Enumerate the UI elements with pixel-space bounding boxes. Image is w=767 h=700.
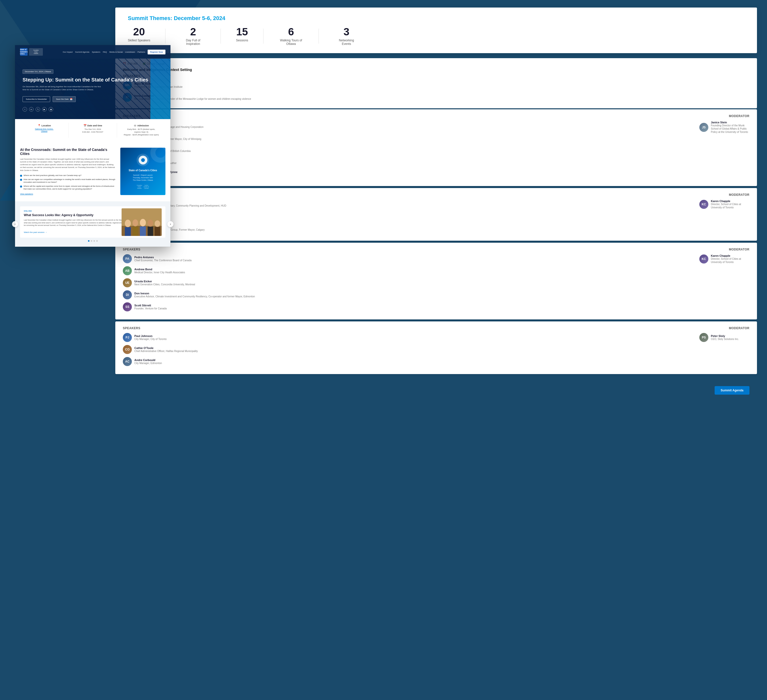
themes-label: Summit Themes: xyxy=(128,15,172,21)
session-title: Welcome and Indigenous Context Setting xyxy=(123,68,749,72)
save-date-label: Save the Date xyxy=(56,98,69,100)
svg-point-8 xyxy=(148,220,153,226)
speaker-role: City Manager, Edmonton xyxy=(134,362,689,365)
summit-agenda-button[interactable]: Summit Agenda xyxy=(714,386,749,395)
svg-point-2 xyxy=(125,220,131,227)
social-facebook-icon[interactable]: f xyxy=(22,107,27,112)
view-speakers-link[interactable]: View speakers xyxy=(20,193,115,195)
speaker-name: The Honourable Kathleen Wynne xyxy=(134,171,689,174)
ci-pattern xyxy=(150,148,165,163)
stat-label-tours: Walking Tours of Ottawa xyxy=(278,38,304,46)
nav-link-speakers[interactable]: Speakers xyxy=(92,51,100,53)
bottom-card-inner: ONLINE What Success Looks like: Agency &… xyxy=(24,210,162,234)
logo-text-1: State ofCanada'sCities xyxy=(20,49,28,55)
social-youtube-icon[interactable]: ▶ xyxy=(42,107,47,112)
social-linkedin-icon[interactable]: in xyxy=(29,107,33,112)
speaker-avatar: KC xyxy=(699,200,708,209)
logo-box-1: State ofCanada'sCities xyxy=(20,48,27,56)
social-instagram-icon[interactable]: ◉ xyxy=(49,107,53,112)
speaker-name: Don Iveson xyxy=(134,292,689,295)
location-link[interactable]: National Arts Centre,Ottawa xyxy=(22,128,66,132)
bullet-dot-2 xyxy=(20,179,22,181)
save-date-button[interactable]: Save the Date 📅 xyxy=(53,96,76,102)
summit-themes-title: Summit Themes: December 5-6, 2024 xyxy=(128,15,745,22)
speaker-item: IC Irene Compton the Grandmothers Counci… xyxy=(123,93,749,102)
info-admission: 🎟 Admission Early Bird - $175 (limited s… xyxy=(117,123,165,138)
newsletter-button[interactable]: Subscribe to Newsletter xyxy=(22,96,50,102)
carousel-nav-left[interactable]: ‹ xyxy=(12,221,18,227)
speaker-name: Marion Mollegen McFadden xyxy=(134,201,689,204)
speaker-name: Cathie O'Toole xyxy=(134,346,689,349)
carousel-dot-4[interactable] xyxy=(96,240,98,242)
nav-link-media[interactable]: Media & Social xyxy=(109,51,123,53)
svg-rect-9 xyxy=(148,226,153,236)
speaker-item: AC Andre Corbould City Manager, Edmonton xyxy=(123,357,689,366)
nav-link-faq[interactable]: FAQ xyxy=(103,51,107,53)
speaker-info: Andre Corbould City Manager, Edmonton xyxy=(134,359,689,365)
stat-days: 2 Day Full of Inspiration xyxy=(180,27,205,46)
speaker-name: Peter Sloly xyxy=(711,335,749,338)
speakers-header-4: Speakers Moderator xyxy=(123,248,749,254)
moderator-col-4: KC Karen Chapple Director, School of Cit… xyxy=(699,254,749,314)
crossroads-desc: Last November the Canadian Urban Institu… xyxy=(20,158,115,172)
speaker-item: AF Alexandra Flynn Associate Professor, … xyxy=(123,145,689,154)
speaker-item: NN Naheed Nenshi Community Builder, The … xyxy=(123,224,689,233)
speaker-name: Scott Stirrett xyxy=(134,304,689,307)
nav-link-livestream[interactable]: Livestream xyxy=(125,51,135,53)
ticket-icon: 🎟 xyxy=(134,124,136,127)
speaker-item: CO Cathie O'Toole Chief Administrative O… xyxy=(123,345,689,354)
admission-value: Early Bird - $175 (limited spots,expires… xyxy=(119,128,163,136)
carousel-dot-1[interactable] xyxy=(88,240,89,242)
social-twitter-icon[interactable]: 𝕏 xyxy=(36,107,40,112)
speaker-name: Brian Bowman xyxy=(134,134,689,137)
carousel-dot-2[interactable] xyxy=(91,240,92,242)
session-header: ⏰ 9:00 AM 🌿 Climate Change xyxy=(123,62,749,66)
ci-footer-logo-1: CanadianUrbanInstitute xyxy=(137,185,142,189)
speaker-item: AB Andrew Bond Medical Director, Inner C… xyxy=(123,266,689,275)
speaker-info: Peter Sloly CEO, Sloly Solutions Inc. xyxy=(711,335,749,341)
ci-logo-dot xyxy=(141,158,145,162)
nav-link-partners[interactable]: Partners xyxy=(138,51,145,53)
speakers-panel-2: Speakers Moderator RB Romy Bowers Presid… xyxy=(115,109,757,186)
speaker-item: BK Bruce Katz CEO, The New Localism xyxy=(123,212,689,221)
speakers-list-3: MM Marion Mollegen McFadden Principal De… xyxy=(123,199,689,236)
speaker-name-1: Mary W Rowe xyxy=(134,82,749,85)
bottom-card: ONLINE What Success Looks like: Agency &… xyxy=(20,206,165,238)
register-now-button[interactable]: Register Now xyxy=(148,49,165,54)
moderator-col-5: PS Peter Sloly CEO, Sloly Solutions Inc. xyxy=(699,333,749,369)
speaker-item: UE Ursula Eicker Next Generation Cities,… xyxy=(123,278,689,287)
stats-row: 20 Skilled Speakers 2 Day Full of Inspir… xyxy=(128,27,745,46)
speaker-info: Brian Bowman Vice-President, Canada Life… xyxy=(134,134,689,141)
speaker-avatar: DI xyxy=(123,290,132,299)
crossroads-title: At the Crossroads: Summit on the State o… xyxy=(20,148,115,156)
svg-rect-7 xyxy=(140,226,146,236)
bullet-text-2: How can we regain our competitive advant… xyxy=(24,178,115,183)
nav-bar: State ofCanada'sCities CanadianUrbanInst… xyxy=(15,45,170,59)
speaker-role: Chief Economist, The Conference Board of… xyxy=(134,259,689,262)
speaker-name-2: Irene Compton xyxy=(134,94,749,97)
speaker-avatar: PJ xyxy=(123,333,132,342)
speakers-list-2: RB Romy Bowers President & CEO, Canada M… xyxy=(123,121,689,181)
info-strip: 📍 Location National Arts Centre,Ottawa 📅… xyxy=(15,119,170,141)
speaker-info: Maxime Pedneaud-Jobin Former Mayor of Ga… xyxy=(134,158,689,165)
speaker-name: Andre Corbould xyxy=(134,359,689,362)
speaker-name: Alexandra Flynn xyxy=(134,147,689,150)
nav-link-agenda[interactable]: Summit Agenda xyxy=(75,51,89,53)
ci-logo-inner xyxy=(138,156,147,164)
speakers-panel-5: Speakers Moderator PJ Paul Johnson City … xyxy=(115,321,757,374)
speaker-name: Romy Bowers xyxy=(134,122,689,125)
ci-footer-logo-2: InstitutUrbain duCanada xyxy=(144,185,149,189)
speaker-name: Karen Chapple xyxy=(711,254,749,257)
speaker-name: Ursula Eicker xyxy=(134,280,689,283)
nav-link-impact[interactable]: Our Impact xyxy=(63,51,73,53)
speaker-role: Community Builder, The Ascend Group, For… xyxy=(134,228,689,231)
watch-past-session-link[interactable]: Watch the past session xyxy=(24,231,47,233)
speakers-grid-2: RB Romy Bowers President & CEO, Canada M… xyxy=(123,121,749,181)
stat-label-sessions: Sessions xyxy=(236,38,248,42)
crossroads-image-card: State of Canada's Cities Summit + Report… xyxy=(120,148,165,195)
session-intro-block: ⏰ 9:00 AM 🌿 Climate Change Welcome and I… xyxy=(115,58,757,108)
carousel-nav-right[interactable]: › xyxy=(167,221,173,227)
speaker-info: Cathie O'Toole Chief Administrative Offi… xyxy=(134,346,689,353)
speaker-avatar: SS xyxy=(123,302,132,311)
carousel-dot-3[interactable] xyxy=(94,240,95,242)
